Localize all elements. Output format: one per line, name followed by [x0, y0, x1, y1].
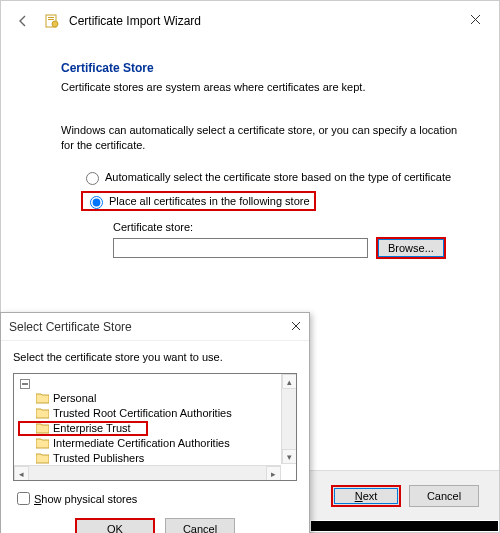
- tree-view[interactable]: Personal Trusted Root Certification Auth…: [13, 373, 297, 481]
- store-block: Certificate store: Browse...: [113, 221, 459, 259]
- titlebar: Certificate Import Wizard: [1, 1, 499, 41]
- scroll-right-icon[interactable]: ▸: [266, 466, 281, 481]
- horizontal-scrollbar[interactable]: ◂ ▸: [14, 465, 281, 480]
- dialog-button-row: OK Cancel: [13, 518, 297, 533]
- folder-icon: [36, 423, 49, 434]
- radio-auto-input[interactable]: [86, 172, 99, 185]
- tree-item-trusted-root[interactable]: Trusted Root Certification Authorities: [18, 406, 280, 421]
- scroll-up-icon[interactable]: ▴: [282, 374, 297, 389]
- tree-item-trusted-publishers[interactable]: Trusted Publishers: [18, 451, 280, 466]
- browse-button[interactable]: Browse...: [376, 237, 446, 259]
- section-subtext: Certificate stores are system areas wher…: [61, 81, 459, 93]
- svg-rect-1: [48, 17, 54, 18]
- decorative-strip: [311, 521, 498, 531]
- dialog-title: Select Certificate Store: [9, 320, 132, 334]
- ok-button[interactable]: OK: [75, 518, 155, 533]
- dialog-titlebar: Select Certificate Store: [1, 313, 309, 341]
- instruction-text: Windows can automatically select a certi…: [61, 123, 459, 153]
- dialog-cancel-button[interactable]: Cancel: [165, 518, 235, 533]
- dialog-close-icon[interactable]: [291, 320, 301, 334]
- select-store-dialog: Select Certificate Store Select the cert…: [0, 312, 310, 533]
- radio-auto-select[interactable]: Automatically select the certificate sto…: [81, 169, 459, 185]
- radio-place-input[interactable]: [90, 196, 103, 209]
- show-physical-checkbox[interactable]: Show physical stores: [13, 489, 297, 508]
- cancel-button[interactable]: Cancel: [409, 485, 479, 507]
- section-heading: Certificate Store: [61, 61, 459, 75]
- content-area: Certificate Store Certificate stores are…: [1, 41, 499, 259]
- tree-item-label: Trusted Root Certification Authorities: [53, 406, 232, 421]
- svg-point-3: [52, 21, 58, 27]
- tree-item-intermediate[interactable]: Intermediate Certification Authorities: [18, 436, 280, 451]
- folder-icon: [36, 453, 49, 464]
- browse-label: Browse...: [388, 242, 434, 254]
- dialog-body: Select the certificate store you want to…: [1, 341, 309, 533]
- store-label: Certificate store:: [113, 221, 459, 233]
- next-button[interactable]: Next: [331, 485, 401, 507]
- folder-icon: [36, 393, 49, 404]
- radio-place-highlight: Place all certificates in the following …: [81, 191, 316, 211]
- tree-item-label: Trusted Publishers: [53, 451, 144, 466]
- window-title: Certificate Import Wizard: [69, 14, 201, 28]
- scroll-down-icon[interactable]: ▾: [282, 449, 297, 464]
- radio-group: Automatically select the certificate sto…: [81, 169, 459, 211]
- scroll-left-icon[interactable]: ◂: [14, 466, 29, 481]
- next-label: Next: [355, 490, 378, 502]
- show-physical-label: Show physical stores: [34, 493, 137, 505]
- radio-auto-label: Automatically select the certificate sto…: [105, 171, 451, 183]
- store-input[interactable]: [113, 238, 368, 258]
- vertical-scrollbar[interactable]: ▴ ▾: [281, 374, 296, 464]
- tree-item-label: Intermediate Certification Authorities: [53, 436, 230, 451]
- radio-place-label: Place all certificates in the following …: [109, 195, 310, 207]
- tree-expander[interactable]: [18, 376, 280, 391]
- tree-item-personal[interactable]: Personal: [18, 391, 280, 406]
- folder-icon: [36, 438, 49, 449]
- folder-icon: [36, 408, 49, 419]
- svg-rect-2: [48, 19, 54, 20]
- back-arrow-icon[interactable]: [11, 9, 35, 33]
- show-physical-input[interactable]: [17, 492, 30, 505]
- dialog-instruction: Select the certificate store you want to…: [13, 351, 297, 363]
- tree-item-label: Personal: [53, 391, 96, 406]
- close-icon[interactable]: [461, 9, 489, 29]
- certificate-icon: [43, 12, 61, 30]
- tree-item-enterprise-trust[interactable]: Enterprise Trust: [18, 421, 148, 436]
- tree-item-label: Enterprise Trust: [53, 421, 131, 436]
